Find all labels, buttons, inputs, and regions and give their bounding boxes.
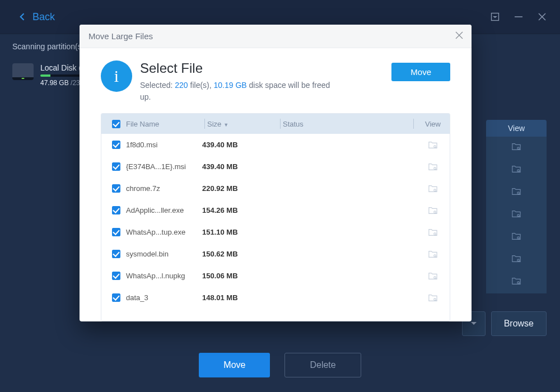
svg-point-4 — [517, 147, 520, 150]
folder-open-icon — [511, 209, 521, 221]
open-folder-icon[interactable] — [416, 206, 450, 215]
file-table: File Name Size▼ Status View 1f8d0.msi439… — [101, 113, 450, 321]
svg-point-6 — [517, 170, 520, 172]
file-size: 150.06 MB — [202, 272, 273, 280]
file-checkbox[interactable] — [112, 184, 120, 193]
info-icon: i — [101, 60, 132, 92]
folder-open-icon — [511, 165, 521, 176]
file-checkbox[interactable] — [112, 162, 120, 171]
bg-view-row[interactable] — [486, 137, 547, 159]
open-folder-icon[interactable] — [416, 293, 450, 302]
back-button[interactable]: Back — [17, 11, 55, 23]
destination-area: Browse — [462, 311, 547, 336]
dialog-move-button[interactable]: Move — [391, 63, 450, 81]
svg-point-16 — [517, 282, 520, 284]
svg-point-28 — [434, 232, 436, 235]
table-header: File Name Size▼ Status View — [101, 114, 450, 134]
file-row[interactable]: chrome.7z220.92 MB — [101, 178, 450, 199]
open-folder-icon[interactable] — [416, 228, 450, 237]
col-file-name[interactable]: File Name — [124, 120, 202, 128]
bg-view-row[interactable] — [486, 271, 547, 293]
svg-point-24 — [434, 189, 436, 191]
disk-icon — [12, 63, 34, 80]
window-controls — [491, 12, 547, 21]
dropdown-window-icon[interactable] — [491, 12, 500, 21]
bottom-bar: Move Delete — [0, 353, 560, 377]
back-label: Back — [32, 11, 55, 23]
svg-point-30 — [434, 254, 436, 256]
svg-point-10 — [517, 214, 520, 217]
sort-desc-icon: ▼ — [223, 122, 228, 128]
file-row[interactable]: sysmodel.bin150.62 MB — [101, 243, 450, 265]
file-size: 150.62 MB — [202, 250, 273, 258]
close-icon[interactable] — [538, 12, 547, 21]
file-name: AdApplic...ller.exe — [124, 206, 202, 214]
background-view-column: View — [486, 120, 547, 293]
bg-view-header[interactable]: View — [486, 120, 547, 137]
scan-label: Scanning partition(s): — [12, 42, 86, 51]
dialog-heading: Select File — [140, 60, 330, 76]
browse-button[interactable]: Browse — [491, 311, 547, 336]
open-folder-icon[interactable] — [416, 250, 450, 259]
open-folder-icon[interactable] — [416, 184, 450, 193]
col-status[interactable]: Status — [283, 120, 411, 128]
svg-point-22 — [434, 167, 436, 169]
col-view[interactable]: View — [416, 120, 450, 128]
file-name: WhatsAp...l.nupkg — [124, 272, 202, 280]
bg-view-row[interactable] — [486, 226, 547, 249]
arrow-left-icon — [17, 11, 28, 22]
file-name: data_3 — [124, 293, 202, 302]
folder-open-icon — [511, 187, 521, 198]
file-checkbox[interactable] — [112, 141, 120, 149]
dialog-title: Move Large Files — [88, 31, 153, 41]
move-large-files-dialog: Move Large Files i Select File Selected:… — [80, 25, 472, 321]
delete-button[interactable]: Delete — [284, 353, 361, 377]
file-row[interactable]: {E374BA...1E}.msi439.40 MB — [101, 156, 450, 178]
svg-point-32 — [434, 276, 436, 278]
svg-point-20 — [434, 145, 436, 147]
dialog-title-bar: Move Large Files — [80, 25, 472, 48]
folder-open-icon — [511, 254, 521, 265]
file-size: 151.10 MB — [202, 228, 273, 236]
bg-view-row[interactable] — [486, 181, 547, 204]
file-row[interactable]: 1f8d0.msi439.40 MB — [101, 134, 450, 156]
folder-open-icon — [511, 232, 521, 243]
col-size[interactable]: Size▼ — [207, 120, 278, 128]
disk-card[interactable]: Local Disk ( 47.98 GB /232 — [12, 63, 91, 87]
move-button-main[interactable]: Move — [199, 353, 270, 377]
file-size: 439.40 MB — [202, 141, 273, 149]
svg-point-26 — [434, 211, 436, 213]
folder-open-icon — [511, 277, 521, 288]
folder-open-icon — [511, 142, 521, 153]
file-row[interactable]: WhatsAp...l.nupkg150.06 MB — [101, 265, 450, 287]
selection-summary: Selected: 220 file(s), 10.19 GB disk spa… — [140, 80, 330, 103]
file-name: sysmodel.bin — [124, 250, 202, 258]
file-checkbox[interactable] — [112, 250, 120, 258]
open-folder-icon[interactable] — [416, 141, 450, 150]
file-checkbox[interactable] — [112, 293, 120, 302]
file-name: {E374BA...1E}.msi — [124, 162, 202, 171]
svg-point-14 — [517, 259, 520, 262]
svg-point-34 — [434, 298, 436, 300]
minimize-icon[interactable] — [514, 12, 523, 21]
file-row[interactable]: WhatsAp...tup.exe151.10 MB — [101, 221, 450, 243]
file-name: WhatsAp...tup.exe — [124, 228, 202, 236]
file-row[interactable]: AdApplic...ller.exe154.26 MB — [101, 199, 450, 221]
bg-view-row[interactable] — [486, 249, 547, 271]
bg-view-row[interactable] — [486, 204, 547, 226]
svg-point-8 — [517, 192, 520, 194]
file-size: 439.40 MB — [202, 162, 273, 171]
select-all-checkbox[interactable] — [112, 120, 120, 128]
file-size: 220.92 MB — [202, 184, 273, 193]
file-checkbox[interactable] — [112, 272, 120, 280]
file-checkbox[interactable] — [112, 206, 120, 214]
open-folder-icon[interactable] — [416, 162, 450, 171]
file-checkbox[interactable] — [112, 228, 120, 236]
open-folder-icon[interactable] — [416, 272, 450, 281]
file-name: chrome.7z — [124, 184, 202, 193]
file-name: 1f8d0.msi — [124, 141, 202, 149]
dialog-close-icon[interactable] — [455, 31, 464, 41]
bg-view-row[interactable] — [486, 159, 547, 181]
svg-point-12 — [517, 237, 520, 239]
file-row[interactable]: data_3148.01 MB — [101, 287, 450, 309]
